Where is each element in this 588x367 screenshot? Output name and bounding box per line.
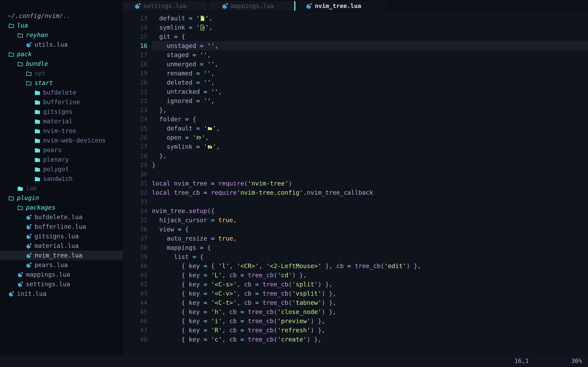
tree-item-label: settings.lua [26,281,70,288]
code-editor[interactable]: 13 default = '',14 symlink = '',15 git =… [123,12,588,355]
tree-item-label: plenary [43,156,69,163]
code-line-21[interactable]: 21 untracked = '', [123,87,588,96]
dir-open-icon [8,22,14,29]
code-line-46[interactable]: 46 { key = 'i', cb = tree_cb('preview') … [123,317,588,325]
tree-item-start[interactable]: start [0,78,123,88]
code-line-26[interactable]: 26 open = '', [123,133,588,142]
code-line-34[interactable]: 34nvim_tree.setup({ [123,206,588,216]
tree-item-nvim-tree-lua[interactable]: nvim_tree.lua [0,250,123,260]
code-line-14[interactable]: 14 symlink = '', [123,23,588,32]
tree-item-packages[interactable]: packages [0,203,123,212]
tree-item-bufdelete-lua[interactable]: bufdelete.lua [0,212,123,222]
code-line-27[interactable]: 27 symlink = '', [123,142,588,151]
code-line-31[interactable]: 31local nvim_tree = require('nvim-tree') [123,179,588,188]
line-number: 44 [123,298,152,307]
tab-mappings-lua[interactable]: mappings.lua [209,1,293,11]
code-line-24[interactable]: 24 folder = { [123,115,588,124]
tree-item-init-lua[interactable]: init.lua [0,289,123,299]
code-line-36[interactable]: 36 view = { [123,225,588,234]
dir-closed-icon [34,99,40,106]
line-number: 14 [123,23,152,32]
tree-item-label: lab [26,185,37,192]
tree-item-nvim-tree[interactable]: nvim-tree [0,126,123,136]
tree-item-label: mappings.lua [26,271,70,278]
file-tree[interactable]: ~/.config/nvim/.. luareyhanutils.luapack… [0,2,123,355]
code-line-39[interactable]: 39 list = { [123,252,588,261]
tree-item-pears-lua[interactable]: pears.lua [0,260,123,270]
tree-item-utils-lua[interactable]: utils.lua [0,40,123,49]
dir-open-icon [8,51,14,58]
tree-item-opt[interactable]: opt [0,68,123,78]
tree-item-bufferline[interactable]: bufferline [0,97,123,107]
code-line-45[interactable]: 45 { key = 'h', cb = tree_cb('close_node… [123,307,588,317]
code-line-28[interactable]: 28 }, [123,151,588,160]
code-line-text: deleted = '', [152,78,588,87]
tree-item-label: polygot [43,166,69,173]
code-line-19[interactable]: 19 renamed = '', [123,69,588,78]
tab-bar[interactable]: settings.luamappings.luanvim_tree.lua [123,0,588,12]
code-line-25[interactable]: 25 default = '', [123,124,588,133]
code-line-16[interactable]: 16 unstaged = '', [123,41,588,50]
code-line-text: mappings = { [152,243,588,252]
code-line-48[interactable]: 48 { key = 'c', cb = tree_cb('create') }… [123,335,588,344]
code-line-40[interactable]: 40 { key = { 'l', '<CR>', '<2-LeftMouse>… [123,261,588,271]
tree-item-lua[interactable]: lua [0,21,123,30]
code-line-41[interactable]: 41 { key = 'L', cb = tree_cb('cd') }, [123,271,588,280]
code-line-23[interactable]: 23 }, [123,105,588,115]
code-line-text: }, [152,151,588,160]
tree-item-plenary[interactable]: plenary [0,155,123,164]
tree-item-label: nvim-web-devicons [43,137,106,144]
tree-item-gitsigns-lua[interactable]: gitsigns.lua [0,231,123,241]
tree-item-material-lua[interactable]: material.lua [0,241,123,250]
tree-root-path[interactable]: ~/.config/nvim/.. [0,11,123,21]
code-line-29[interactable]: 29} [123,160,588,170]
code-line-20[interactable]: 20 deleted = '', [123,78,588,87]
code-line-22[interactable]: 22 ignored = '', [123,96,588,105]
dir-closed-icon [17,185,23,192]
tab-nvim-tree-lua[interactable]: nvim_tree.lua [294,1,388,11]
tree-item-material[interactable]: material [0,117,123,126]
tree-item-settings-lua[interactable]: settings.lua [0,279,123,289]
tree-item-lab[interactable]: lab [0,184,123,193]
tree-item-nvim-web-devicons[interactable]: nvim-web-devicons [0,136,123,145]
code-line-35[interactable]: 35 hijack_cursor = true, [123,216,588,225]
code-line-38[interactable]: 38 mappings = { [123,243,588,252]
code-line-32[interactable]: 32local tree_cb = require'nvim-tree.conf… [123,188,588,197]
tree-item-label: plugin [17,194,39,201]
code-line-30[interactable]: 30 [123,170,588,179]
tree-item-bufferline-lua[interactable]: bufferline.lua [0,222,123,231]
dir-closed-icon [34,175,40,182]
line-number: 40 [123,261,152,271]
tree-item-pack[interactable]: pack [0,49,123,59]
code-line-15[interactable]: 15 git = { [123,32,588,41]
dir-open-icon [26,70,32,77]
tree-item-bundle[interactable]: bundle [0,59,123,68]
tree-item-reyhan[interactable]: reyhan [0,30,123,40]
code-line-text: local tree_cb = require'nvim-tree.config… [152,188,588,197]
lua-file-icon [17,281,23,288]
tree-item-label: bufferline [43,99,80,106]
line-number: 46 [123,317,152,325]
code-line-17[interactable]: 17 staged = '', [123,50,588,59]
code-line-18[interactable]: 18 unmerged = '', [123,59,588,69]
tree-item-mappings-lua[interactable]: mappings.lua [0,270,123,279]
tab-settings-lua[interactable]: settings.lua [123,1,207,11]
code-line-44[interactable]: 44 { key = '<C-t>', cb = tree_cb('tabnew… [123,298,588,307]
tree-item-plugin[interactable]: plugin [0,193,123,203]
lua-file-icon [8,290,14,297]
tree-item-label: start [35,79,53,86]
tree-item-polygot[interactable]: polygot [0,164,123,174]
line-number: 47 [123,325,152,335]
tree-item-label: init.lua [17,290,47,297]
code-line-42[interactable]: 42 { key = '<C-s>', cb = tree_cb('split'… [123,280,588,289]
code-line-13[interactable]: 13 default = '', [123,14,588,23]
tree-item-gitsigns[interactable]: gitsigns [0,107,123,117]
tree-item-pears[interactable]: pears [0,145,123,155]
lua-file-icon [222,2,228,9]
code-line-33[interactable]: 33 [123,197,588,206]
code-line-43[interactable]: 43 { key = '<C-v>', cb = tree_cb('vsplit… [123,289,588,298]
code-line-37[interactable]: 37 auto_resize = true, [123,234,588,243]
tree-item-bufdelete[interactable]: bufdelete [0,88,123,97]
code-line-47[interactable]: 47 { key = 'R', cb = tree_cb('refresh') … [123,325,588,335]
tree-item-sandwich[interactable]: sandwich [0,174,123,184]
